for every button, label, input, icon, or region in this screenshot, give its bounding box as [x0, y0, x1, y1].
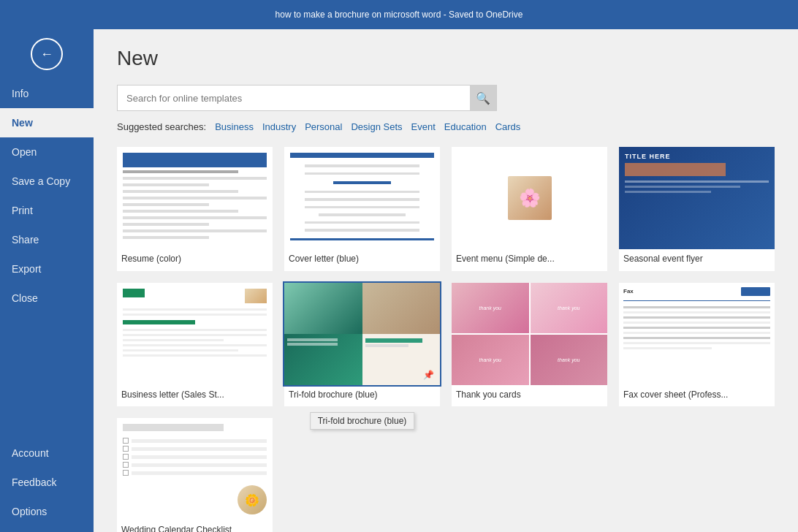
bl-line1 [123, 308, 267, 311]
sidebar-item-save-copy[interactable]: Save a Copy [0, 167, 94, 196]
fax-line1 [623, 306, 770, 308]
template-event-preview: 🌸 [452, 147, 607, 249]
template-resume-preview [117, 147, 273, 249]
ty-cell1: thank you [452, 283, 529, 333]
cl-text3 [132, 455, 267, 459]
suggested-event[interactable]: Event [411, 121, 436, 132]
template-brochure-preview [284, 283, 440, 385]
fax-title: Fax [623, 288, 634, 294]
bl-logo [123, 289, 145, 297]
suggested-education[interactable]: Education [444, 121, 487, 132]
resume-mockup [117, 147, 273, 249]
template-brochure-label: Tri-fold brochure (blue) [284, 385, 440, 407]
cl-title [123, 424, 224, 431]
fax-divider [623, 300, 770, 301]
event-mockup: 🌸 [452, 147, 607, 249]
sidebar-item-new[interactable]: New [0, 108, 94, 137]
seasonal-title-mock: TITLE HERE [625, 153, 769, 160]
fax-line7 [623, 337, 770, 339]
template-resume-label: Resume (color) [117, 249, 273, 271]
seasonal-line1 [625, 180, 769, 183]
suggested-personal[interactable]: Personal [305, 121, 342, 132]
panel-text3 [365, 338, 423, 343]
template-fax[interactable]: Fax Fax cover [619, 283, 775, 407]
bl-accent [245, 289, 267, 303]
templates-grid: Resume (color) [117, 147, 775, 532]
cl-item3 [123, 454, 267, 460]
fax-company-logo [741, 287, 770, 296]
sidebar-item-open[interactable]: Open [0, 137, 94, 167]
cl-item4 [123, 462, 267, 468]
event-floral: 🌸 [508, 176, 552, 220]
cl-item5 [123, 470, 267, 476]
search-button[interactable]: 🔍 [470, 85, 496, 111]
template-cover-letter[interactable]: Cover letter (blue) [284, 147, 440, 271]
template-resume[interactable]: Resume (color) [117, 147, 273, 271]
sidebar-item-close[interactable]: Close [0, 284, 94, 313]
cover-mockup [284, 147, 440, 249]
template-event-menu[interactable]: 🌸 Event menu (Simple de... [452, 147, 607, 271]
suggested-business[interactable]: Business [215, 121, 254, 132]
cl-item2 [123, 446, 267, 452]
suggested-design-sets[interactable]: Design Sets [351, 121, 402, 132]
search-input[interactable] [118, 88, 470, 108]
thankyou-mockup: thank you thank you thank you thank you [452, 283, 607, 385]
back-button[interactable]: ← [31, 38, 63, 70]
template-checklist[interactable]: 🌼 Wedding Calendar Checklist [117, 418, 273, 532]
seasonal-mockup: TITLE HERE [619, 147, 775, 249]
search-icon: 🔍 [476, 91, 490, 105]
suggested-cards[interactable]: Cards [495, 121, 521, 132]
seasonal-line3 [625, 191, 711, 193]
page-title: New [117, 47, 775, 70]
template-seasonal[interactable]: TITLE HERE Seasonal event flyer [619, 147, 775, 271]
cl-check1 [123, 438, 129, 444]
panel-top-left [284, 283, 362, 334]
fax-line5 [623, 327, 770, 329]
template-thankyou[interactable]: thank you thank you thank you thank you [452, 283, 607, 407]
sidebar-item-print[interactable]: Print [0, 196, 94, 225]
bl-line8 [123, 354, 267, 357]
cl-check2 [123, 446, 129, 452]
suggested-searches: Suggested searches: Business Industry Pe… [117, 121, 775, 132]
suggested-industry[interactable]: Industry [262, 121, 296, 132]
cl-text2 [132, 447, 267, 451]
fax-header: Fax [623, 287, 770, 296]
cl-check3 [123, 454, 129, 460]
bl-line5 [123, 339, 224, 341]
title-text: how to make a brochure on microsoft word… [276, 10, 523, 20]
template-checklist-preview: 🌼 [117, 418, 273, 520]
template-seasonal-label: Seasonal event flyer [619, 249, 775, 271]
panel-text2 [287, 343, 338, 346]
sidebar-item-info[interactable]: Info [0, 79, 94, 108]
sidebar: ← Info New Open Save a Copy Print Share … [0, 29, 94, 532]
panel-text1 [287, 338, 338, 341]
template-business-preview [117, 283, 273, 385]
bl-line6 [123, 344, 267, 346]
template-thankyou-label: Thank you cards [452, 385, 607, 407]
template-fax-preview: Fax [619, 283, 775, 385]
template-thankyou-preview: thank you thank you thank you thank you [452, 283, 607, 385]
ty-text1: thank you [479, 305, 501, 311]
fax-mockup: Fax [619, 283, 775, 385]
panel-text4 [365, 344, 408, 347]
template-brochure[interactable]: 📌 Tri-fold brochure (blue) Tri-fold broc… [284, 283, 440, 407]
ty-cell4: thank you [531, 335, 608, 385]
ty-cell2: thank you [531, 283, 608, 333]
sidebar-item-export[interactable]: Export [0, 254, 94, 284]
brochure-panel-left [284, 283, 362, 385]
sidebar-item-account[interactable]: Account [0, 438, 94, 468]
sidebar-item-options[interactable]: Options [0, 497, 94, 526]
fax-line6 [623, 332, 770, 334]
business-letter-mockup [117, 283, 273, 385]
fax-line8 [623, 342, 770, 344]
template-business-letter[interactable]: Business letter (Sales St... [117, 283, 273, 407]
suggested-label: Suggested searches: [117, 121, 206, 132]
seasonal-line2 [625, 186, 740, 188]
sidebar-bottom: Account Feedback Options [0, 438, 94, 532]
cl-text1 [132, 439, 267, 443]
sidebar-item-share[interactable]: Share [0, 225, 94, 254]
template-cover-preview [284, 147, 440, 249]
sidebar-item-feedback[interactable]: Feedback [0, 468, 94, 497]
fax-line3 [623, 316, 770, 319]
brochure-tooltip: Tri-fold brochure (blue) [310, 412, 415, 430]
